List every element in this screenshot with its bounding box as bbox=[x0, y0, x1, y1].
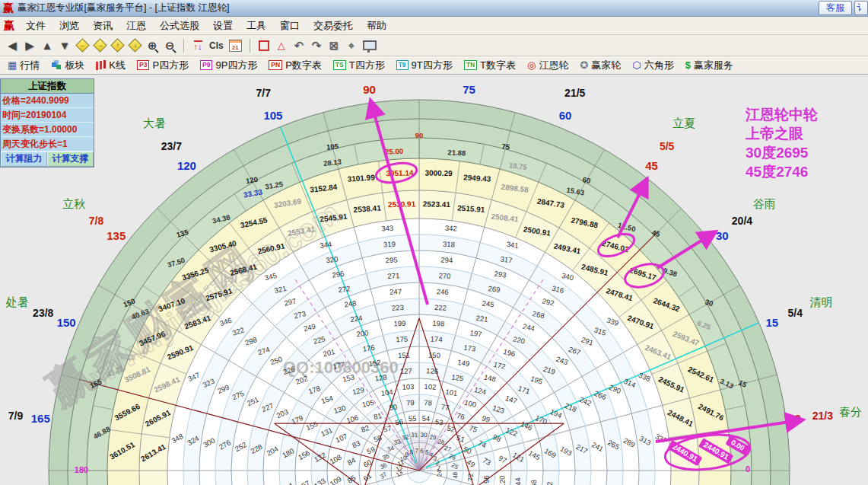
wheel-integer-label: 294 bbox=[440, 256, 453, 265]
wheel-integer-label: 78 bbox=[424, 398, 432, 407]
wheel-integer-label: 128 bbox=[374, 372, 387, 382]
annotation-line: 江恩轮中轮 bbox=[746, 105, 818, 124]
module-t-square[interactable]: TST四方形 bbox=[333, 59, 385, 72]
calc-support-button[interactable]: 计算支撑 bbox=[47, 152, 94, 167]
wheel-integer-label: 24 bbox=[436, 469, 443, 477]
separator bbox=[183, 39, 184, 53]
wheel-integer-label: 152 bbox=[368, 358, 381, 368]
module-hexagon-label: 六角形 bbox=[644, 59, 674, 72]
diamond-right-icon[interactable]: → bbox=[94, 38, 106, 53]
screen-icon[interactable] bbox=[363, 38, 377, 53]
rotate-ccw-icon[interactable]: ↶ bbox=[293, 38, 305, 53]
module-bankuai[interactable]: 板块 bbox=[51, 59, 84, 72]
calc-resistance-button[interactable]: 计算阻力 bbox=[1, 152, 47, 167]
menu-item-1[interactable]: 浏览 bbox=[52, 18, 86, 34]
diamond-left-icon[interactable]: ← bbox=[76, 38, 88, 53]
wheel-integer-label: 29 bbox=[429, 434, 437, 442]
diamond-up-icon[interactable]: ↑ bbox=[111, 38, 123, 53]
module-9t-square[interactable]: T99T四方形 bbox=[396, 59, 453, 72]
calendar-icon[interactable]: 21 bbox=[229, 38, 242, 53]
wheel-integer-label: 104 bbox=[380, 388, 393, 397]
module-p-table[interactable]: PNP数字表 bbox=[269, 59, 321, 72]
menu-item-4[interactable]: 公式选股 bbox=[153, 18, 206, 34]
module-p-table-label: P数字表 bbox=[285, 59, 322, 72]
module-hangqing-icon: ▦ bbox=[8, 60, 17, 70]
wheel-integer-label: 269 bbox=[488, 284, 501, 294]
wheel-integer-label: 56 bbox=[395, 417, 404, 426]
menu-item-2[interactable]: 资讯 bbox=[86, 18, 119, 34]
boxed-x-icon[interactable]: ⊠ bbox=[328, 38, 340, 53]
wheel-integer-label: 293 bbox=[494, 270, 507, 279]
annotation-line: 30度2695 bbox=[746, 143, 818, 162]
date-value: 时间=20190104 bbox=[1, 108, 94, 123]
window-title: 赢家江恩专业版[赢家服务平台] - [上证指数 江恩轮] bbox=[17, 2, 229, 14]
center-target-icon[interactable]: ⌖ bbox=[345, 38, 358, 53]
diamond-down-icon[interactable]: ↓ bbox=[129, 38, 141, 53]
wheel-integer-label: 272 bbox=[338, 284, 351, 294]
customer-service-button[interactable]: 客服 bbox=[819, 1, 852, 15]
wheel-integer-label: 245 bbox=[482, 298, 494, 308]
menu-item-8[interactable]: 交易委托 bbox=[307, 18, 360, 34]
nav-right-icon[interactable]: ▶ bbox=[24, 38, 36, 53]
wheel-integer-label: 200 bbox=[356, 328, 369, 338]
wheel-degree-label: 60 bbox=[559, 109, 572, 122]
rotate-cw-icon[interactable]: ↷ bbox=[310, 38, 323, 53]
nav-left-icon[interactable]: ◀ bbox=[6, 38, 18, 53]
clipped-button[interactable]: 讠 bbox=[854, 1, 868, 15]
cls-button[interactable]: Cls bbox=[209, 38, 224, 53]
nav-up-icon[interactable]: ▲ bbox=[41, 38, 53, 53]
nav-down-icon[interactable]: ▼ bbox=[59, 38, 71, 53]
gann-wheel: 赢家财富网www.yingjia360.comQQ:10080036033733… bbox=[0, 75, 868, 485]
wheel-integer-label: 319 bbox=[383, 240, 396, 249]
module-t-square-icon: TS bbox=[333, 60, 346, 70]
menu-item-5[interactable]: 设置 bbox=[206, 18, 240, 34]
wheel-integer-label: 144 bbox=[513, 477, 523, 485]
menu-item-0[interactable]: 文件 bbox=[19, 18, 52, 34]
title-bar: 赢 赢家江恩专业版[赢家服务平台] - [上证指数 江恩轮] 客服 讠 bbox=[0, 0, 868, 17]
triangle-tool-icon[interactable]: △ bbox=[275, 38, 288, 53]
kline-icon bbox=[100, 61, 102, 69]
module-9p-square[interactable]: P99P四方形 bbox=[200, 59, 257, 72]
module-hangqing[interactable]: ▦行情 bbox=[8, 59, 40, 72]
module-p-square[interactable]: P3P四方形 bbox=[137, 59, 189, 72]
solar-term-label: 清明 bbox=[809, 295, 832, 308]
wheel-integer-label: 103 bbox=[402, 382, 414, 391]
menu-item-6[interactable]: 工具 bbox=[240, 18, 273, 34]
wheel-date-label: 7/7 bbox=[256, 87, 272, 99]
menu-item-7[interactable]: 窗口 bbox=[273, 18, 307, 34]
zoom-out-icon[interactable]: ⊖ bbox=[164, 38, 176, 53]
wheel-integer-label: 125 bbox=[451, 372, 464, 382]
module-yingjia-wheel[interactable]: ✪赢家轮 bbox=[580, 59, 621, 72]
wheel-degree-label: 135 bbox=[107, 229, 126, 242]
zoom-in-icon[interactable]: ⊕ bbox=[146, 38, 158, 53]
wheel-integer-label: 32 bbox=[402, 433, 410, 441]
module-service[interactable]: $赢家服务 bbox=[685, 59, 733, 72]
module-gann-wheel[interactable]: ◎江恩轮 bbox=[527, 59, 568, 72]
solar-term-label: 春分 bbox=[839, 405, 862, 418]
wheel-integer-label: 31 bbox=[411, 432, 418, 439]
app-window: { "window": { "logo_char": "赢", "title":… bbox=[0, 0, 868, 485]
menu-item-9[interactable]: 帮助 bbox=[360, 18, 393, 34]
updown-arrows-icon[interactable]: ↑↓ bbox=[192, 38, 204, 53]
wheel-integer-label: 173 bbox=[463, 343, 476, 353]
module-kline[interactable]: K线 bbox=[96, 59, 126, 72]
wheel-integer-label: 341 bbox=[506, 240, 519, 250]
wheel-degree-label: 150 bbox=[57, 316, 76, 329]
wheel-integer-label: 343 bbox=[381, 224, 393, 233]
solar-term-label: 大暑 bbox=[143, 116, 166, 129]
module-hexagon[interactable]: ⬡六角形 bbox=[632, 59, 673, 72]
wheel-integer-label: 151 bbox=[398, 350, 410, 359]
module-service-label: 赢家服务 bbox=[694, 59, 733, 72]
module-t-table[interactable]: TNT数字表 bbox=[464, 59, 516, 72]
square-tool-icon[interactable] bbox=[258, 38, 270, 53]
menu-item-3[interactable]: 江恩 bbox=[119, 18, 153, 34]
wheel-degree-label: 15 bbox=[765, 316, 778, 329]
module-hangqing-label: 行情 bbox=[20, 59, 40, 72]
wheel-date-label: 5/5 bbox=[660, 140, 675, 152]
wheel-integer-label: 96 bbox=[482, 475, 491, 483]
wheel-axis-label: 180 bbox=[75, 465, 88, 474]
wheel-integer-label: 54 bbox=[421, 414, 430, 423]
wheel-integer-label: 248 bbox=[344, 298, 357, 308]
wheel-integer-label: 270 bbox=[438, 271, 450, 280]
wheel-sixteenth-label: 28.13 bbox=[323, 158, 342, 168]
